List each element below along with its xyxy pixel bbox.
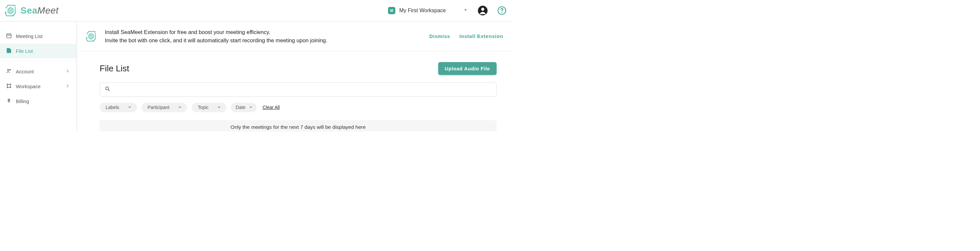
- extension-logo-icon: [84, 30, 98, 43]
- extension-banner: Install SeaMeet Extension for free and b…: [76, 21, 513, 51]
- chevron-down-icon: [248, 104, 253, 110]
- filter-label: Labels: [106, 105, 119, 110]
- upload-audio-button[interactable]: Upload Audio File: [438, 62, 496, 75]
- svg-point-13: [10, 69, 11, 70]
- svg-point-22: [106, 87, 108, 90]
- filter-labels[interactable]: Labels: [100, 103, 137, 112]
- help-icon[interactable]: [497, 6, 506, 15]
- svg-marker-2: [5, 11, 6, 13]
- sidebar-item-label: File List: [16, 48, 33, 54]
- info-message: Only the meetings for the next 7 days wi…: [100, 120, 496, 132]
- sidebar-item-file-list[interactable]: File List: [0, 43, 76, 58]
- svg-line-23: [108, 90, 110, 91]
- sidebar: Meeting List File List Account Workspace: [0, 21, 76, 131]
- banner-line1: Install SeaMeet Extension for free and b…: [105, 28, 422, 36]
- sidebar-item-label: Meeting List: [16, 34, 43, 39]
- workspace-dropdown[interactable]: M My First Workspace: [388, 7, 468, 14]
- chevron-down-icon: [216, 104, 222, 110]
- filter-date[interactable]: Date: [231, 103, 257, 112]
- sidebar-item-label: Workspace: [16, 83, 41, 89]
- filter-row: Labels Participant Topic Date Clear All: [100, 103, 496, 112]
- logo-text: SeaMeet: [21, 5, 59, 16]
- banner-line2: Invite the bot with one click, and it wi…: [105, 36, 422, 45]
- calendar-icon: [6, 33, 12, 40]
- banner-actions: Dismiss Install Extension: [429, 34, 503, 39]
- dollar-icon: [6, 98, 12, 105]
- svg-point-15: [10, 84, 11, 85]
- filter-label: Participant: [148, 105, 169, 110]
- chevron-right-icon: [65, 68, 70, 75]
- search-box[interactable]: [100, 82, 496, 97]
- sidebar-item-account[interactable]: Account: [0, 64, 76, 79]
- chevron-right-icon: [65, 83, 70, 90]
- install-extension-button[interactable]: Install Extension: [459, 34, 503, 39]
- chevron-down-icon: [463, 7, 468, 14]
- filter-label: Date: [235, 105, 245, 110]
- sidebar-item-workspace[interactable]: Workspace: [0, 79, 76, 94]
- svg-point-14: [7, 84, 8, 85]
- banner-text: Install SeaMeet Extension for free and b…: [105, 28, 422, 45]
- logo-mark-icon: [3, 3, 18, 18]
- svg-marker-3: [8, 7, 13, 14]
- sidebar-item-billing[interactable]: Billing: [0, 94, 76, 109]
- account-icon[interactable]: [477, 5, 488, 16]
- workspace-icon: [6, 83, 12, 90]
- filter-topic[interactable]: Topic: [192, 103, 226, 112]
- chevron-down-icon: [177, 104, 183, 110]
- chevron-down-icon: [127, 104, 132, 110]
- content-head: File List Upload Audio File: [100, 62, 496, 75]
- file-icon: [6, 48, 12, 54]
- sidebar-item-meeting-list[interactable]: Meeting List: [0, 29, 76, 43]
- main: Install SeaMeet Extension for free and b…: [76, 21, 513, 131]
- clear-all-button[interactable]: Clear All: [262, 105, 280, 110]
- svg-marker-20: [86, 37, 88, 38]
- search-icon: [105, 86, 111, 93]
- svg-point-7: [501, 12, 503, 13]
- svg-marker-21: [89, 34, 94, 39]
- svg-rect-8: [6, 34, 11, 38]
- content: File List Upload Audio File Labels Parti…: [76, 51, 513, 132]
- header-right: M My First Workspace: [388, 5, 506, 16]
- svg-point-5: [481, 8, 484, 11]
- search-input[interactable]: [114, 86, 492, 92]
- svg-point-16: [7, 87, 8, 88]
- page-title: File List: [100, 63, 129, 74]
- svg-point-12: [8, 69, 9, 71]
- workspace-name: My First Workspace: [399, 8, 446, 14]
- svg-marker-18: [95, 31, 96, 32]
- svg-marker-0: [14, 5, 16, 6]
- top-header: SeaMeet M My First Workspace: [0, 0, 513, 21]
- svg-point-17: [10, 87, 11, 88]
- filter-label: Topic: [198, 105, 208, 110]
- sidebar-item-label: Account: [16, 69, 33, 74]
- filter-participant[interactable]: Participant: [142, 103, 187, 112]
- account-small-icon: [6, 68, 12, 75]
- dismiss-button[interactable]: Dismiss: [429, 34, 450, 39]
- logo[interactable]: SeaMeet: [3, 3, 59, 18]
- sidebar-item-label: Billing: [16, 98, 29, 104]
- workspace-badge: M: [388, 7, 395, 14]
- sidebar-divider: [0, 61, 76, 61]
